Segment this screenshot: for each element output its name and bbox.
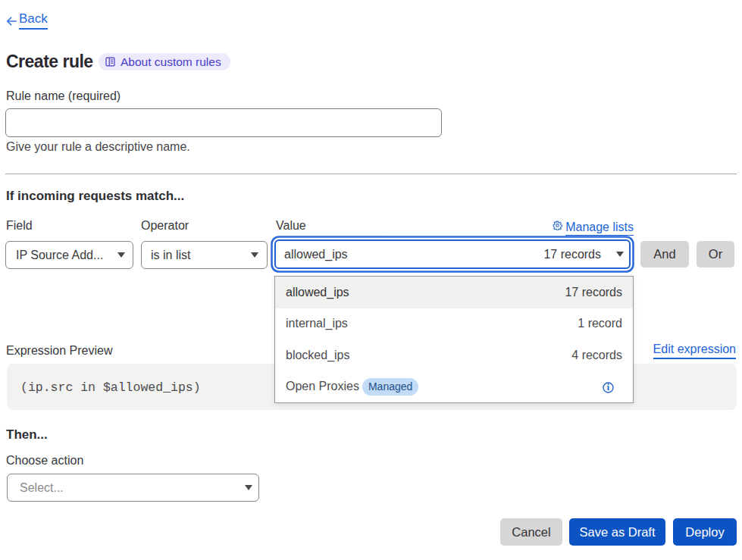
svg-text:i: i bbox=[607, 382, 610, 393]
